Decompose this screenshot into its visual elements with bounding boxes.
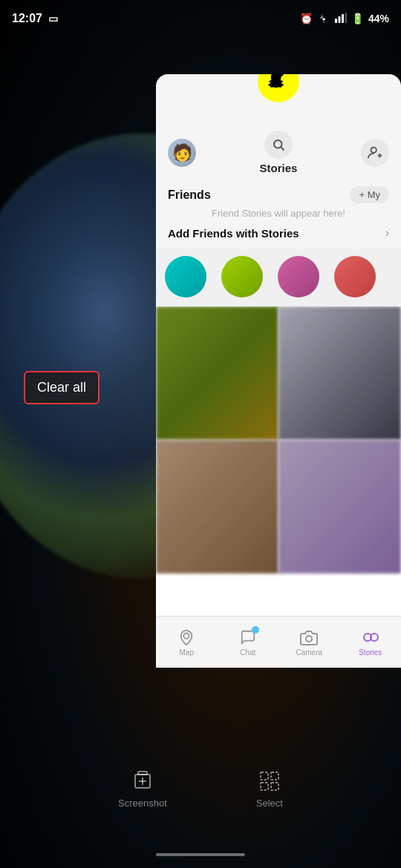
story-circles bbox=[156, 249, 401, 306]
story-item-3[interactable] bbox=[278, 256, 327, 299]
svg-rect-2 bbox=[342, 14, 344, 23]
bottom-nav: Map Chat Camera bbox=[156, 616, 401, 668]
discover-thumb-2[interactable] bbox=[278, 306, 401, 440]
discover-thumb-4[interactable] bbox=[278, 440, 401, 573]
add-friend-button[interactable] bbox=[361, 139, 389, 167]
nav-camera[interactable]: Camera bbox=[278, 628, 340, 657]
search-button[interactable] bbox=[264, 131, 293, 159]
discover-row-1 bbox=[156, 306, 401, 440]
svg-rect-18 bbox=[271, 772, 278, 780]
story-item-4[interactable] bbox=[334, 256, 383, 299]
select-label: Select bbox=[256, 798, 283, 809]
bottom-overlay: Screenshot Select bbox=[0, 769, 401, 809]
avatar[interactable]: 🧑 bbox=[168, 139, 196, 167]
story-item-2[interactable] bbox=[221, 256, 270, 299]
select-icon bbox=[258, 769, 281, 793]
snap-header: 🧑 Stories bbox=[156, 107, 401, 180]
map-label: Map bbox=[180, 648, 194, 657]
svg-point-6 bbox=[371, 147, 376, 152]
screen-icon: ▭ bbox=[48, 13, 58, 24]
camera-icon bbox=[299, 628, 319, 647]
chevron-right-icon: › bbox=[385, 226, 389, 240]
status-bar: 12:07 ▭ ⏰ 🔋 44% bbox=[0, 0, 401, 37]
story-item-1[interactable] bbox=[165, 256, 214, 299]
discover-thumb-1[interactable] bbox=[156, 306, 278, 440]
add-friends-label: Add Friends with Stories bbox=[168, 227, 299, 240]
svg-point-10 bbox=[306, 636, 312, 642]
select-button[interactable]: Select bbox=[256, 769, 283, 809]
clear-all-button[interactable]: Clear all bbox=[24, 371, 100, 404]
wifi-icon bbox=[317, 13, 330, 25]
my-story-button[interactable]: + My bbox=[350, 186, 389, 203]
screenshot-button[interactable]: Screenshot bbox=[118, 769, 167, 809]
add-friends-row[interactable]: Add Friends with Stories › bbox=[168, 222, 389, 246]
svg-rect-0 bbox=[335, 19, 337, 23]
svg-rect-20 bbox=[271, 783, 278, 790]
friends-title: Friends bbox=[168, 188, 211, 202]
svg-rect-17 bbox=[261, 772, 268, 780]
svg-rect-3 bbox=[345, 13, 347, 23]
svg-rect-19 bbox=[261, 783, 268, 790]
nav-map[interactable]: Map bbox=[156, 628, 218, 657]
nav-stories[interactable]: Stories bbox=[340, 628, 402, 657]
svg-line-5 bbox=[281, 147, 284, 150]
svg-point-9 bbox=[184, 634, 189, 639]
nav-chat[interactable]: Chat bbox=[218, 628, 279, 657]
home-indicator bbox=[156, 853, 245, 856]
svg-rect-14 bbox=[138, 772, 147, 775]
svg-point-4 bbox=[274, 140, 282, 148]
stories-title: Stories bbox=[260, 162, 298, 174]
chat-label: Chat bbox=[240, 648, 255, 657]
svg-rect-1 bbox=[338, 16, 340, 23]
map-icon bbox=[177, 628, 196, 647]
friend-stories-placeholder: Friend Stories will appear here! bbox=[168, 203, 389, 222]
chat-icon bbox=[238, 628, 258, 647]
battery-icon: 🔋 bbox=[351, 13, 364, 24]
discover-section bbox=[156, 306, 401, 616]
discover-row-2 bbox=[156, 440, 401, 573]
time: 12:07 bbox=[12, 12, 42, 25]
snapchat-panel: 🧑 Stories bbox=[156, 74, 401, 668]
screenshot-label: Screenshot bbox=[118, 798, 167, 809]
signal-icon bbox=[335, 13, 347, 25]
screenshot-icon bbox=[131, 769, 154, 793]
alarm-icon: ⏰ bbox=[300, 13, 313, 24]
snapchat-logo bbox=[258, 74, 299, 102]
stories-icon bbox=[361, 628, 380, 647]
discover-thumb-3[interactable] bbox=[156, 440, 278, 573]
battery-percent: 44% bbox=[368, 13, 389, 24]
camera-label: Camera bbox=[296, 648, 322, 657]
stories-label: Stories bbox=[359, 648, 382, 657]
friends-section: Friends + My Friend Stories will appear … bbox=[156, 180, 401, 249]
